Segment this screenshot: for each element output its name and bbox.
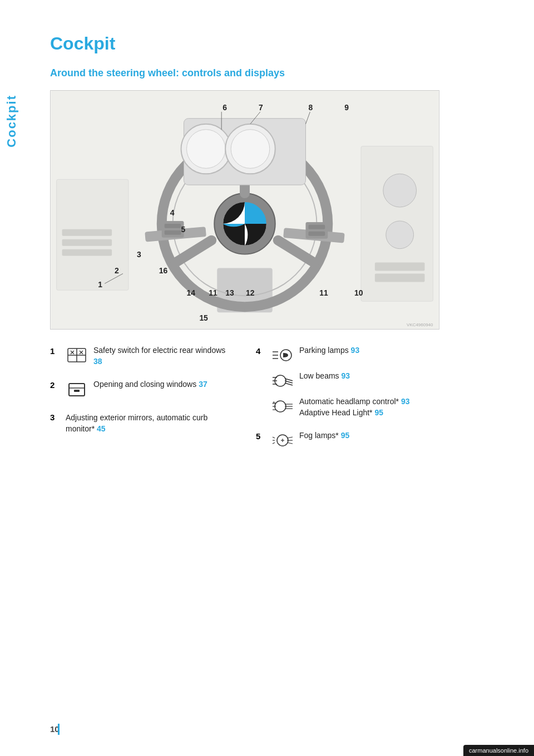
svg-rect-22 xyxy=(165,224,181,228)
item-1-text: Safety switch for electric rear windows … xyxy=(93,345,234,367)
svg-rect-23 xyxy=(165,230,181,235)
right-column: 4 xyxy=(250,345,451,463)
svg-point-32 xyxy=(231,130,270,169)
item-3-number: 3 xyxy=(50,413,60,422)
item-5-number: 5 xyxy=(256,431,266,441)
low-beams-icon xyxy=(271,371,294,391)
svg-point-30 xyxy=(186,130,225,169)
svg-text:6: 6 xyxy=(222,103,227,112)
svg-point-8 xyxy=(386,221,414,249)
left-column: 1 Safety switch for electric rear win xyxy=(50,345,250,463)
fog-lamps-icon xyxy=(271,430,294,450)
fog-lamps-text: Fog lamps* 95 xyxy=(299,430,349,441)
item-4-number: 4 xyxy=(256,346,266,356)
svg-text:1: 1 xyxy=(98,280,102,289)
item-2-number: 2 xyxy=(50,380,60,390)
svg-text:8: 8 xyxy=(308,103,313,112)
parking-lamps-icon xyxy=(271,345,294,365)
svg-text:11: 11 xyxy=(209,288,217,297)
safety-switch-icon xyxy=(66,345,88,365)
svg-rect-9 xyxy=(375,263,425,271)
svg-text:VKC4960940: VKC4960940 xyxy=(407,322,433,327)
item-1-number: 1 xyxy=(50,346,60,356)
svg-point-7 xyxy=(383,174,417,207)
svg-text:A: A xyxy=(273,401,275,405)
item-3-text: Adjusting exterior mirrors, automatic cu… xyxy=(66,413,234,434)
svg-text:11: 11 xyxy=(319,288,328,297)
svg-text:9: 9 xyxy=(344,103,349,112)
carmanuals-watermark: carmanualsonline.info xyxy=(463,745,534,756)
item-5-row: 5 xyxy=(256,430,451,450)
window-icon xyxy=(66,379,88,399)
low-beams-item: Low beams 93 xyxy=(271,371,409,391)
svg-rect-64 xyxy=(74,390,80,392)
item-5-subitems: Fog lamps* 95 xyxy=(271,430,349,450)
svg-line-85 xyxy=(273,437,275,438)
parking-lamps-text: Parking lamps 93 xyxy=(299,345,359,356)
auto-headlamp-text: Automatic headlamp control* 93 Adaptive … xyxy=(299,396,409,418)
svg-rect-26 xyxy=(308,225,325,229)
svg-rect-10 xyxy=(375,273,425,282)
svg-rect-5 xyxy=(62,249,112,256)
auto-headlamp-icon: A xyxy=(271,396,294,416)
svg-text:10: 10 xyxy=(354,288,363,297)
page-number-bar xyxy=(58,724,60,735)
steering-wheel-diagram: 1 2 3 4 5 6 7 8 9 10 11 11 12 1 xyxy=(50,90,439,330)
item-4-row: 4 xyxy=(256,345,451,418)
items-grid: 1 Safety switch for electric rear win xyxy=(50,345,451,463)
svg-rect-3 xyxy=(62,229,112,236)
main-content: Cockpit Around the steering wheel: contr… xyxy=(28,0,534,496)
low-beams-text: Low beams 93 xyxy=(299,371,350,382)
page-title: Cockpit xyxy=(50,33,501,54)
section-title: Around the steering wheel: controls and … xyxy=(50,67,501,79)
svg-line-87 xyxy=(273,443,275,444)
svg-text:2: 2 xyxy=(115,266,119,275)
svg-text:5: 5 xyxy=(181,225,186,234)
parking-lamps-item: Parking lamps 93 xyxy=(271,345,409,365)
svg-text:14: 14 xyxy=(186,288,195,297)
fog-lamps-item: Fog lamps* 95 xyxy=(271,430,349,450)
item-4-subitems: Parking lamps 93 xyxy=(271,345,409,418)
svg-text:13: 13 xyxy=(225,288,234,297)
svg-text:16: 16 xyxy=(159,266,168,275)
item-2-text: Opening and closing windows 37 xyxy=(93,379,207,390)
auto-headlamp-item: A Automatic headlamp control* 93 Adaptiv… xyxy=(271,396,409,418)
item-2-row: 2 Opening and closing windows 37 xyxy=(50,379,234,399)
side-chapter-label: Cockpit xyxy=(0,89,23,153)
item-3-row: 3 Adjusting exterior mirrors, automatic … xyxy=(50,411,234,434)
svg-point-76 xyxy=(275,401,286,412)
svg-text:12: 12 xyxy=(246,288,255,297)
item-1-row: 1 Safety switch for electric rear win xyxy=(50,345,234,367)
svg-line-75 xyxy=(285,383,293,385)
svg-text:7: 7 xyxy=(259,103,263,112)
svg-text:15: 15 xyxy=(199,313,208,322)
svg-text:3: 3 xyxy=(137,250,141,259)
svg-rect-25 xyxy=(305,222,328,239)
svg-rect-4 xyxy=(62,239,112,246)
svg-text:4: 4 xyxy=(170,208,175,217)
svg-rect-27 xyxy=(308,232,325,236)
